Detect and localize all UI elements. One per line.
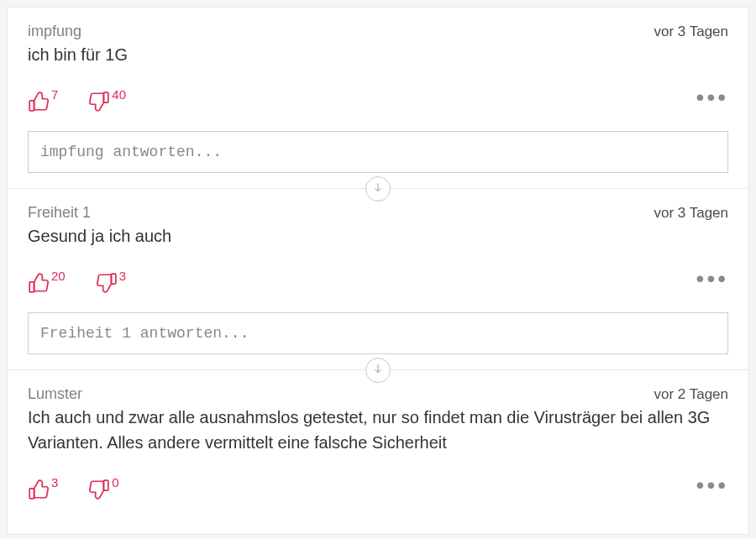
comment-head: Lumster vor 2 Tagen (28, 385, 728, 403)
downvote-count: 40 (112, 87, 126, 102)
comment-author: Lumster (28, 385, 82, 403)
upvote-count: 20 (51, 269, 66, 283)
comment-time: vor 3 Tagen (654, 205, 728, 222)
more-options-button[interactable]: ••• (696, 480, 728, 489)
thumbs-down-icon (88, 479, 110, 504)
comment-actions: 7 40 ••• (28, 91, 728, 116)
comment-head: Freiheit 1 vor 3 Tagen (28, 204, 728, 222)
comment-author: Freiheit 1 (28, 204, 91, 222)
upvote-count: 7 (51, 87, 58, 102)
comment-time: vor 2 Tagen (654, 386, 728, 403)
thumbs-down-icon (96, 272, 118, 297)
expand-thread-button[interactable] (365, 176, 391, 201)
upvote-button[interactable]: 7 (28, 91, 58, 116)
svg-rect-5 (104, 480, 108, 490)
downvote-button[interactable]: 3 (96, 272, 126, 297)
downvote-count: 3 (119, 269, 126, 283)
more-options-button[interactable]: ••• (696, 92, 728, 102)
comment-body: Ich auch und zwar alle ausnahmslos getes… (28, 405, 728, 455)
comment-card: Freiheit 1 vor 3 Tagen Gesund ja ich auc… (7, 189, 749, 370)
thumbs-up-icon (28, 91, 50, 116)
comment-actions: 20 3 ••• (28, 272, 728, 297)
downvote-button[interactable]: 0 (88, 479, 118, 504)
reply-input[interactable] (28, 312, 728, 354)
reply-input[interactable] (28, 131, 728, 173)
upvote-count: 3 (51, 475, 58, 489)
comment-head: impfung vor 3 Tagen (28, 23, 728, 40)
thumbs-down-icon (88, 91, 110, 116)
comment-body: ich bin für 1G (28, 42, 728, 67)
svg-rect-3 (111, 274, 115, 284)
comment-author: impfung (28, 23, 81, 40)
comment-body: Gesund ja ich auch (28, 223, 728, 249)
thumbs-up-icon (28, 479, 50, 504)
svg-rect-2 (29, 282, 34, 292)
downvote-button[interactable]: 40 (88, 91, 126, 116)
svg-rect-0 (29, 101, 34, 111)
comment-actions: 3 0 ••• (28, 479, 728, 504)
comment-card: Lumster vor 2 Tagen Ich auch und zwar al… (7, 370, 749, 535)
upvote-button[interactable]: 3 (28, 479, 58, 504)
upvote-button[interactable]: 20 (28, 272, 66, 297)
svg-rect-4 (29, 489, 34, 499)
expand-thread-button[interactable] (365, 358, 391, 383)
comment-time: vor 3 Tagen (654, 24, 728, 40)
svg-rect-1 (104, 92, 108, 102)
comment-list: impfung vor 3 Tagen ich bin für 1G 7 40 … (7, 7, 749, 535)
comment-card: impfung vor 3 Tagen ich bin für 1G 7 40 … (7, 7, 749, 189)
downvote-count: 0 (112, 475, 118, 489)
thumbs-up-icon (28, 272, 50, 297)
arrow-down-icon (372, 181, 384, 196)
more-options-button[interactable]: ••• (696, 274, 728, 283)
arrow-down-icon (372, 363, 384, 378)
